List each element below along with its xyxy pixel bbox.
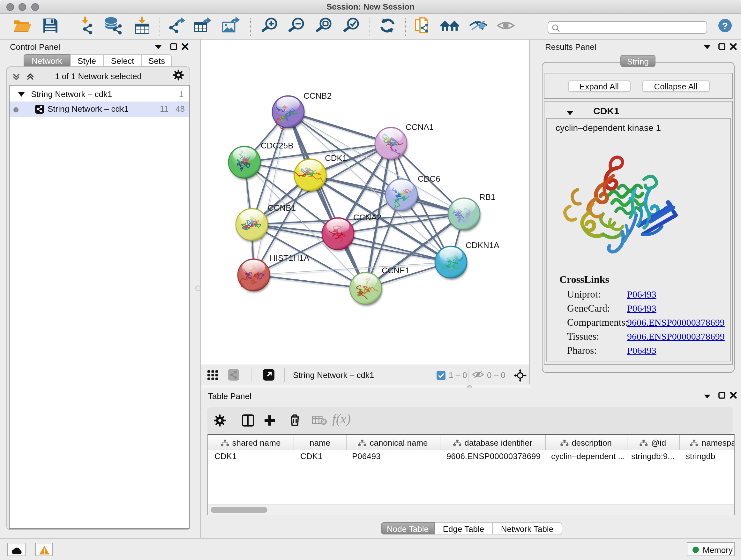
- svg-text:CDKN1A: CDKN1A: [466, 240, 499, 250]
- svg-text:HIST1H1A: HIST1H1A: [270, 253, 310, 263]
- svg-text:?: ?: [722, 20, 728, 31]
- svg-text:CCNB2: CCNB2: [304, 91, 332, 101]
- svg-text:CDK1: CDK1: [325, 153, 347, 163]
- svg-text:RB1: RB1: [479, 192, 495, 202]
- svg-text:CCNE1: CCNE1: [382, 266, 410, 275]
- svg-text:CDC25B: CDC25B: [261, 141, 293, 150]
- svg-text:CCNA2: CCNA2: [353, 212, 381, 222]
- svg-text:CCNB1: CCNB1: [268, 203, 296, 212]
- svg-text:CDC6: CDC6: [418, 174, 441, 184]
- svg-text:CCNA1: CCNA1: [406, 122, 434, 132]
